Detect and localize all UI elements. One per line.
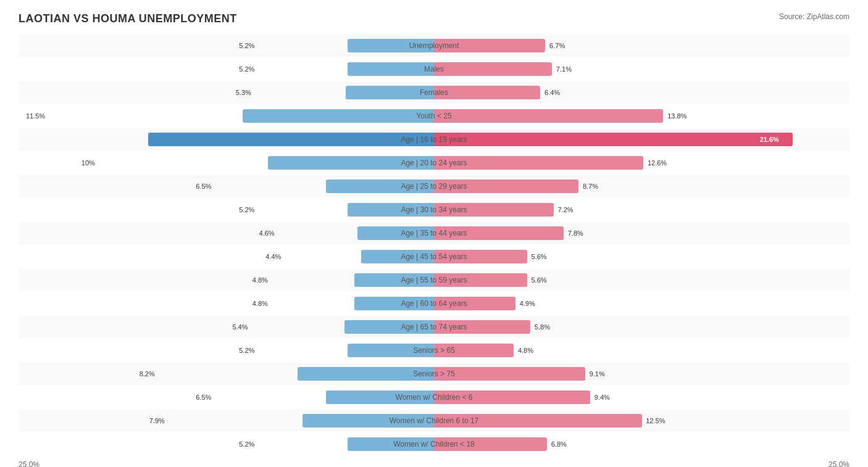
val-right: 5.6% [531, 253, 546, 260]
row-label: Women w/ Children < 6 [396, 393, 473, 402]
row-label: Age | 20 to 24 years [401, 159, 467, 167]
chart-row: Males5.2%7.1% [19, 58, 849, 80]
val-right: 4.9% [520, 300, 535, 307]
chart-row: Age | 55 to 59 years4.8%5.6% [19, 269, 849, 291]
bar-area: Age | 65 to 74 years5.4%5.8% [19, 316, 849, 338]
row-label: Age | 65 to 74 years [401, 323, 467, 331]
bar-area: Women w/ Children 6 to 177.9%12.5% [19, 410, 849, 432]
val-left: 4.8% [252, 276, 268, 284]
row-label: Age | 60 to 64 years [401, 299, 467, 308]
val-right: 9.1% [590, 370, 605, 378]
row-label: Males [424, 65, 444, 73]
row-label: Age | 45 to 54 years [401, 252, 467, 261]
bar-area: Age | 55 to 59 years4.8%5.6% [19, 269, 849, 291]
chart-row: Youth < 2511.5%13.8% [19, 105, 849, 127]
chart-title: LAOTIAN VS HOUMA UNEMPLOYMENT [19, 12, 237, 25]
bar-right [434, 109, 663, 123]
val-right: 5.8% [535, 323, 550, 331]
val-right: 6.7% [549, 42, 565, 49]
row-label: Youth < 25 [416, 112, 451, 120]
chart-row: Women w/ Children < 66.5%9.4% [19, 386, 849, 408]
row-label: Age | 35 to 44 years [401, 229, 467, 238]
bar-area: Age | 25 to 29 years6.5%8.7% [19, 175, 849, 197]
val-left: 5.2% [239, 440, 254, 448]
val-right: 6.4% [545, 89, 560, 96]
val-left: 5.2% [239, 65, 254, 73]
bar-area: Age | 16 to 19 years17.2%21.6% [19, 128, 849, 151]
chart-row: Seniors > 655.2%4.8% [19, 339, 849, 362]
chart-row: Age | 65 to 74 years5.4%5.8% [19, 316, 849, 338]
val-right: 9.4% [595, 394, 610, 401]
chart-body: Unemployment5.2%6.7%Males5.2%7.1%Females… [19, 35, 849, 455]
row-label: Age | 16 to 19 years [401, 135, 467, 144]
bar-right [434, 367, 585, 381]
chart-row: Age | 45 to 54 years4.4%5.6% [19, 246, 849, 268]
chart-row: Age | 35 to 44 years4.6%7.8% [19, 222, 849, 244]
val-right: 7.2% [558, 206, 574, 213]
val-left: 5.2% [239, 42, 254, 49]
bar-left [348, 62, 434, 76]
val-left: 5.4% [232, 323, 248, 331]
val-right: 13.8% [667, 112, 686, 120]
bar-area: Women w/ Children < 66.5%9.4% [19, 386, 849, 408]
bar-right [434, 86, 540, 99]
chart-row: Age | 25 to 29 years6.5%8.7% [19, 175, 849, 197]
bar-area: Seniors > 758.2%9.1% [19, 363, 849, 385]
chart-row: Women w/ Children < 185.2%6.8% [19, 433, 849, 455]
bar-area: Females5.3%6.4% [19, 81, 849, 104]
bar-area: Youth < 2511.5%13.8% [19, 105, 849, 127]
val-right: 4.8% [518, 347, 533, 354]
row-label: Seniors > 65 [413, 346, 455, 355]
val-right: 6.8% [551, 440, 567, 448]
bar-area: Age | 30 to 34 years5.2%7.2% [19, 199, 849, 221]
bar-right [434, 62, 552, 76]
x-axis: 25.0% 25.0% [19, 460, 849, 467]
bar-area: Seniors > 655.2%4.8% [19, 339, 849, 362]
chart-row: Age | 60 to 64 years4.8%4.9% [19, 292, 849, 315]
chart-source: Source: ZipAtlas.com [779, 12, 849, 21]
val-left: 4.4% [265, 253, 281, 260]
chart-row: Age | 30 to 34 years5.2%7.2% [19, 199, 849, 221]
val-left: 8.2% [140, 370, 155, 378]
row-label: Seniors > 75 [413, 370, 455, 378]
row-label: Age | 55 to 59 years [401, 276, 467, 284]
chart-row: Age | 16 to 19 years17.2%21.6% [19, 128, 849, 151]
val-right: 7.1% [556, 65, 572, 73]
row-label: Women w/ Children < 18 [393, 440, 475, 448]
row-label: Age | 30 to 34 years [401, 205, 467, 214]
val-left: 4.8% [252, 300, 268, 307]
chart-row: Age | 20 to 24 years10%12.6% [19, 152, 849, 174]
bar-left [243, 109, 434, 123]
val-left: 5.3% [236, 89, 251, 96]
val-right: 8.7% [583, 183, 598, 190]
val-left: 6.5% [196, 183, 211, 190]
val-left: 10% [81, 159, 95, 167]
bar-area: Age | 60 to 64 years4.8%4.9% [19, 292, 849, 315]
val-right: 7.8% [568, 229, 583, 237]
val-left: 7.9% [149, 417, 165, 424]
val-left: 11.5% [26, 112, 45, 120]
row-label: Unemployment [409, 41, 459, 50]
val-right: 12.5% [646, 417, 665, 424]
val-right: 12.6% [648, 159, 667, 167]
bar-area: Males5.2%7.1% [19, 58, 849, 80]
bar-area: Women w/ Children < 185.2%6.8% [19, 433, 849, 455]
bar-area: Age | 20 to 24 years10%12.6% [19, 152, 849, 174]
val-right: 5.6% [531, 276, 546, 284]
chart-row: Unemployment5.2%6.7% [19, 35, 849, 57]
row-label: Females [420, 88, 448, 97]
chart-row: Seniors > 758.2%9.1% [19, 363, 849, 385]
val-left: 4.6% [259, 229, 275, 237]
val-left: 5.2% [239, 206, 254, 213]
bar-right [434, 133, 793, 146]
bar-area: Unemployment5.2%6.7% [19, 35, 849, 57]
row-label: Age | 25 to 29 years [401, 182, 467, 191]
bar-area: Age | 45 to 54 years4.4%5.6% [19, 246, 849, 268]
row-label: Women w/ Children 6 to 17 [390, 416, 479, 425]
chart-row: Women w/ Children 6 to 177.9%12.5% [19, 410, 849, 432]
x-label-right: 25.0% [828, 460, 849, 467]
chart-row: Females5.3%6.4% [19, 81, 849, 104]
x-label-left: 25.0% [19, 460, 40, 467]
val-right: 21.6% [760, 136, 779, 143]
chart-header: LAOTIAN VS HOUMA UNEMPLOYMENT Source: Zi… [19, 12, 849, 25]
